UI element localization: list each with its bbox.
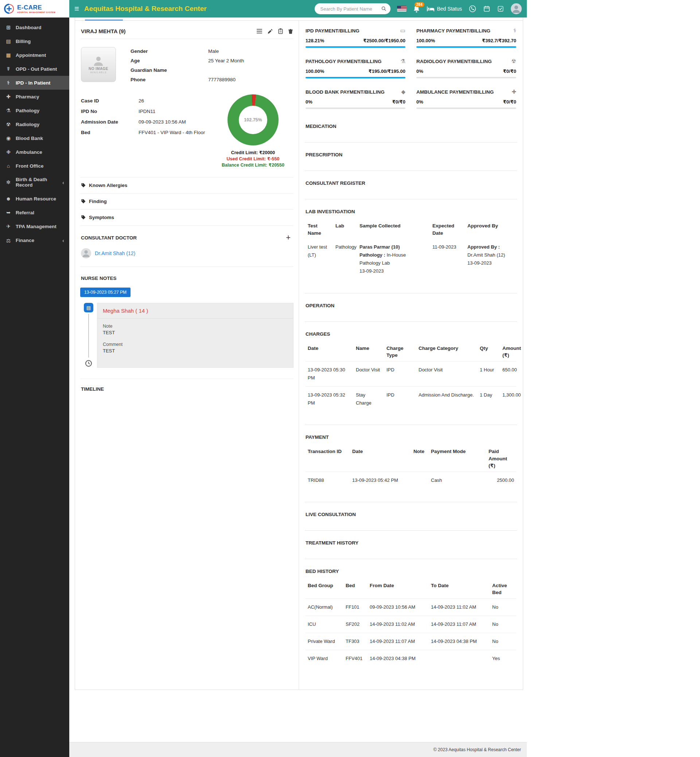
billing-percent: 100.00% — [416, 38, 435, 44]
calendar-icon[interactable] — [483, 5, 491, 12]
sidebar-item[interactable]: ⚖ Finance ‹ — [0, 233, 69, 248]
collapsible-section-label: Finding — [89, 199, 107, 204]
credit-limit-text: Credit Limit: ₹20000 — [213, 150, 293, 156]
section-lab-investigation: LAB INVESTIGATION Test Name Lab Sample C… — [305, 199, 517, 293]
info-label: Gender — [131, 48, 208, 54]
section-title-lab-investigation: LAB INVESTIGATION — [306, 209, 516, 214]
delete-patient-icon[interactable] — [288, 29, 293, 34]
patient-name-title: VIRAJ MEHTA (9) — [81, 28, 126, 34]
sidebar-item-label: OPD - Out Patient — [16, 66, 57, 72]
header-actions: 284 Bed Status — [315, 3, 522, 14]
info-label: Guardian Name — [131, 67, 208, 73]
billing-amount: ₹0/₹0 — [392, 99, 405, 105]
billing-card: BLOOD BANK PAYMENT/BILLING ◆ 0% ₹0/₹0 — [306, 89, 405, 109]
timeline-title: TIMELINE — [80, 379, 294, 393]
patient-menu-icon[interactable] — [257, 29, 262, 34]
whatsapp-icon[interactable] — [469, 5, 477, 13]
sidebar-item-label: Front Office — [16, 163, 44, 169]
billing-card-icon: ✚ — [511, 89, 516, 95]
billing-card-title: PATHOLOGY PAYMENT/BILLING — [306, 59, 382, 64]
notifications-button[interactable]: 284 — [413, 5, 420, 13]
sidebar-item[interactable]: ➥ Referral — [0, 206, 69, 219]
tag-icon — [81, 183, 86, 188]
sidebar-item[interactable]: ◉ Blood Bank — [0, 131, 69, 145]
search-input[interactable] — [320, 6, 381, 12]
app-root: E-CARE HOSPITAL MANAGEMENT SYSTEM ⊞ Dash… — [0, 0, 527, 757]
sidebar-item-icon: ➥ — [5, 209, 12, 215]
edit-patient-icon[interactable] — [267, 29, 273, 34]
billing-progress-bar — [416, 77, 516, 78]
charges-table: Date Name Charge Type Charge Category Qt… — [306, 343, 516, 412]
sidebar-item-label: Appointment — [16, 53, 46, 58]
case-detail-row: Admission Date 09-09-2023 10:56 AM — [81, 119, 213, 125]
consultant-doctor-link[interactable]: Dr.Amit Shah (12) — [95, 250, 135, 256]
billing-card-icon: ☢ — [511, 58, 516, 64]
sidebar-nav: ⊞ Dashboard ▤ Billing ▦ Appointment — [0, 17, 69, 248]
sidebar-item[interactable]: ⊞ Dashboard — [0, 20, 69, 34]
sidebar-item-label: Referral — [16, 210, 34, 215]
sidebar-item[interactable]: ⚗ Pathology — [0, 103, 69, 117]
case-label: Case ID — [81, 98, 139, 103]
sidebar-item[interactable]: ☢ Radiology — [0, 117, 69, 131]
case-label: Bed — [81, 130, 139, 135]
sidebar-item[interactable]: ▤ Billing — [0, 34, 69, 48]
sidebar-item[interactable]: ⌂ Front Office — [0, 159, 69, 173]
section-title-consultant-register: CONSULTANT REGISTER — [306, 180, 516, 186]
sidebar-item[interactable]: ☤ OPD - Out Patient — [0, 62, 69, 76]
sidebar-item-label: Finance — [16, 238, 34, 243]
sidebar-item[interactable]: ☻ Human Resource — [0, 192, 69, 206]
bed-history-row: AC(Normal)FF10109-09-2023 10:56 AM 14-09… — [306, 598, 516, 616]
sidebar-item[interactable]: ✼ Birth & Death Record ‹ — [0, 173, 69, 192]
logo-subtitle: HOSPITAL MANAGEMENT SYSTEM — [17, 11, 55, 14]
bed-icon — [427, 6, 434, 12]
sidebar-item-icon: ✈ — [5, 223, 12, 229]
hospital-title: Aequitas Hospital & Research Center — [84, 5, 207, 13]
nurse-note-date-badge: 13-09-2023 05:27 PM — [80, 287, 131, 297]
main-content: ‹ ⊞ Overview ▤ Nurse Notes — [69, 0, 527, 690]
no-image-subtext: AVAILABLE — [90, 71, 107, 73]
collapsible-section-row[interactable]: Finding — [80, 194, 294, 209]
menu-toggle-icon[interactable]: ≡ — [74, 5, 79, 13]
sidebar-item[interactable]: ✙ Ambulance — [0, 145, 69, 159]
page-footer: © 2023 Aequitas Hospital & Research Cent… — [69, 742, 527, 757]
consultant-doctor-title: CONSULTANT DOCTOR — [81, 235, 137, 240]
sidebar-item[interactable]: ▦ Appointment — [0, 48, 69, 62]
billing-card-title: AMBULANCE PAYMENT/BILLING — [416, 89, 494, 95]
charge-row: 13-09-2023 05:32 PMStay ChargeIPD Admiss… — [306, 386, 516, 412]
search-icon[interactable] — [381, 6, 387, 12]
section-title-live-consultation: LIVE CONSULTATION — [306, 512, 516, 517]
user-avatar[interactable] — [511, 3, 522, 14]
billing-card-icon: ⚗ — [401, 58, 405, 64]
add-consultant-button[interactable]: + — [284, 234, 293, 242]
section-title-medication: MEDICATION — [306, 123, 516, 129]
billing-progress-bar — [306, 77, 405, 78]
collapsible-section-row[interactable]: Symptoms — [80, 209, 294, 226]
collapsible-section-row[interactable]: Known Allergies — [80, 178, 294, 194]
sidebar-item[interactable]: ⚕ IPD - In Patient — [0, 76, 69, 90]
sidebar-item-icon: ⊞ — [5, 24, 12, 30]
billing-card-title: BLOOD BANK PAYMENT/BILLING — [306, 89, 384, 95]
billing-amount: ₹0/₹0 — [503, 99, 516, 105]
case-detail-row: Case ID 26 — [81, 98, 213, 103]
case-value: IPDN11 — [139, 109, 213, 114]
sidebar-item-label: Dashboard — [16, 25, 42, 30]
section-live-consultation: LIVE CONSULTATION — [305, 502, 517, 531]
tasks-check-icon[interactable] — [497, 5, 504, 12]
section-consultant-register: CONSULTANT REGISTER — [305, 171, 517, 199]
section-bed-history: BED HISTORY Bed Group Bed From Date To D… — [305, 559, 517, 681]
section-medication: MEDICATION — [305, 114, 517, 142]
bed-status-button[interactable]: Bed Status — [427, 6, 462, 12]
discharge-clipboard-icon[interactable] — [278, 28, 283, 34]
sidebar-item-label: Billing — [16, 39, 31, 44]
sidebar-item-label: Ambulance — [16, 150, 42, 155]
donut-percent-label: 102.75% — [228, 94, 278, 145]
billing-progress-bar — [306, 46, 405, 48]
sidebar-item[interactable]: ✈ TPA Management — [0, 219, 69, 233]
patient-search-box — [315, 3, 391, 14]
logo[interactable]: E-CARE HOSPITAL MANAGEMENT SYSTEM — [0, 0, 69, 17]
case-detail-row: IPD No IPDN11 — [81, 109, 213, 114]
section-prescription: PRESCRIPTION — [305, 142, 517, 171]
sidebar-item[interactable]: ✚ Pharmacy — [0, 90, 69, 103]
billing-card-icon: ⚕ — [513, 27, 516, 34]
language-flag-icon[interactable] — [397, 6, 406, 12]
